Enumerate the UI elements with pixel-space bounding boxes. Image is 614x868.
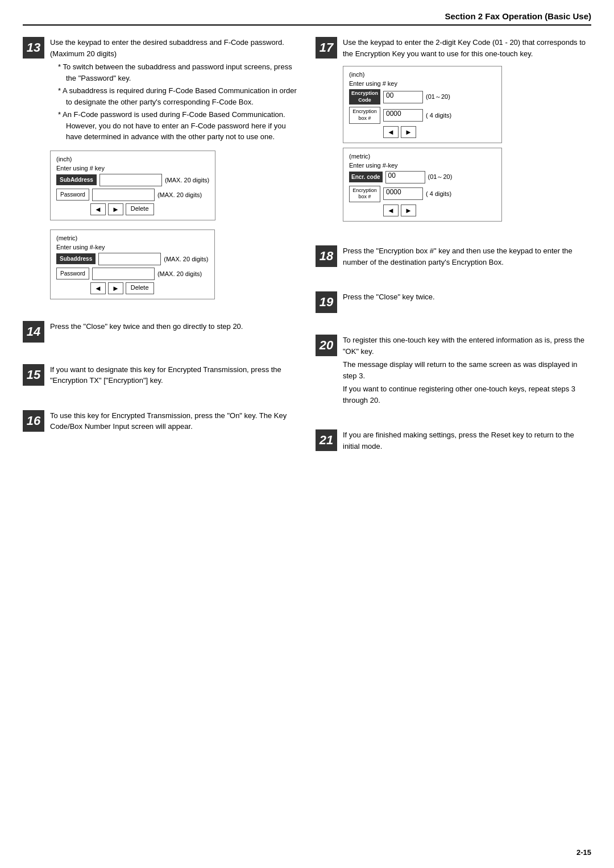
inch-row-1-13: SubAddress (MAX. 20 digits) (56, 174, 209, 186)
step-21-content: If you are finished making settings, pre… (343, 429, 591, 454)
step-13-bullets: To switch between the subaddress and pas… (58, 61, 298, 143)
right-arrow-metric-13[interactable]: ► (108, 282, 123, 294)
metric-label-17: (metric) (349, 153, 496, 160)
metric-row-1-17: Encr. code 00 (01～20) (349, 171, 496, 183)
subaddress-hint-inch: (MAX. 20 digits) (165, 177, 209, 183)
metric-enter-17: Enter using #-key (349, 162, 496, 169)
step-13-number: 13 (23, 37, 44, 59)
step-15: 15 If you want to designate this key for… (23, 364, 298, 389)
encryption-box-key-metric: Encryption box # (349, 186, 380, 202)
encryption-box-hint-metric: ( 4 digits) (426, 190, 451, 197)
step-21-text: If you are finished making settings, pre… (343, 429, 591, 452)
delete-btn-metric-13[interactable]: Delete (126, 282, 154, 294)
subaddress-key-inch: SubAddress (56, 174, 97, 185)
left-arrow-inch-17[interactable]: ◄ (383, 126, 399, 138)
metric-row-2-17: Encryption box # 0000 ( 4 digits) (349, 186, 496, 202)
step-17-metric-diagram: (metric) Enter using #-key Encr. code 00… (343, 148, 502, 222)
step-14: 14 Press the "Close" key twice and then … (23, 321, 298, 343)
step-20-number: 20 (316, 335, 337, 356)
step-21: 21 If you are finished making settings, … (316, 429, 591, 454)
step-13-bullet-3: An F-Code password is used during F-Code… (58, 109, 298, 143)
inch-label-13: (inch) (56, 156, 209, 162)
right-arrow-inch-13[interactable]: ► (108, 203, 123, 215)
left-arrow-metric-13[interactable]: ◄ (90, 282, 106, 294)
subaddress-input-inch[interactable] (99, 174, 162, 186)
step-18: 18 Press the "Encryption box #" key and … (316, 245, 591, 270)
encryption-code-hint-inch: (01～20) (426, 93, 450, 101)
inch-arrows-13: ◄ ► Delete (90, 203, 209, 215)
step-13-content: Use the keypad to enter the desired suba… (50, 37, 298, 299)
step-16: 16 To use this key for Encrypted Transmi… (23, 410, 298, 435)
step-18-content: Press the "Encryption box #" key and the… (343, 245, 591, 270)
header-title: Section 2 Fax Operation (Basic Use) (445, 11, 591, 21)
metric-row-1-13: Subaddress (MAX. 20 digits) (56, 253, 209, 265)
encryption-box-key-inch: Encryption box # (349, 107, 380, 123)
right-arrow-inch-17[interactable]: ► (401, 126, 416, 138)
step-20-text3: If you want to continue registering othe… (343, 383, 591, 406)
password-input-inch[interactable] (92, 189, 155, 201)
password-hint-metric: (MAX. 20 digits) (157, 270, 202, 277)
step-20-content: To register this one-touch key with the … (343, 335, 591, 408)
metric-row-2-13: Password (MAX. 20 digits) (56, 268, 209, 280)
step-20-text1: To register this one-touch key with the … (343, 335, 591, 357)
metric-label-13: (metric) (56, 235, 209, 241)
left-arrow-metric-17[interactable]: ◄ (383, 205, 399, 216)
step-19-content: Press the "Close" key twice. (343, 291, 591, 305)
step-16-number: 16 (23, 410, 44, 432)
step-16-content: To use this key for Encrypted Transmissi… (50, 410, 298, 435)
step-13-bullet-1: To switch between the subaddress and pas… (58, 61, 298, 84)
inch-row-2-13: Password (MAX. 20 digits) (56, 189, 209, 201)
content-grid: 13 Use the keypad to enter the desired s… (23, 37, 591, 466)
inch-arrows-17: ◄ ► (383, 126, 496, 138)
inch-label-17: (inch) (349, 71, 496, 78)
right-arrow-metric-17[interactable]: ► (401, 205, 416, 216)
delete-btn-inch-13[interactable]: Delete (126, 203, 154, 215)
step-16-text: To use this key for Encrypted Transmissi… (50, 410, 298, 432)
subaddress-key-metric: Subaddress (56, 253, 96, 264)
inch-row-2-17: Encryption box # 0000 ( 4 digits) (349, 107, 496, 123)
subaddress-hint-metric: (MAX. 20 digits) (164, 256, 208, 262)
password-key-inch: Password (56, 189, 89, 201)
encryption-box-input-inch[interactable]: 0000 (383, 109, 423, 122)
subaddress-input-metric[interactable] (98, 253, 161, 265)
right-column: 17 Use the keypad to enter the 2-digit K… (316, 37, 591, 466)
step-17-inch-diagram: (inch) Enter using # key Encryption Code… (343, 66, 502, 143)
step-20-text2: The message display will return to the s… (343, 359, 591, 381)
step-13-inch-diagram: (inch) Enter using # key SubAddress (MAX… (50, 151, 215, 220)
step-18-number: 18 (316, 245, 337, 267)
left-arrow-inch-13[interactable]: ◄ (90, 203, 106, 215)
step-13: 13 Use the keypad to enter the desired s… (23, 37, 298, 299)
step-13-text: Use the keypad to enter the desired suba… (50, 37, 298, 59)
page-footer: 2-15 (576, 848, 591, 857)
page: Section 2 Fax Operation (Basic Use) 13 U… (0, 0, 614, 868)
step-15-text: If you want to designate this key for En… (50, 364, 298, 386)
left-column: 13 Use the keypad to enter the desired s… (23, 37, 298, 466)
step-17-number: 17 (316, 37, 337, 59)
encr-code-input-metric[interactable]: 00 (385, 171, 425, 183)
encryption-code-input-inch[interactable]: 00 (383, 91, 423, 103)
step-20: 20 To register this one-touch key with t… (316, 335, 591, 408)
encr-code-key-metric: Encr. code (349, 172, 383, 182)
step-14-content: Press the "Close" key twice and then go … (50, 321, 298, 335)
inch-row-1-17: Encryption Code 00 (01～20) (349, 89, 496, 105)
page-header: Section 2 Fax Operation (Basic Use) (23, 11, 591, 26)
inch-enter-17: Enter using # key (349, 80, 496, 87)
password-key-metric: Password (56, 268, 89, 279)
inch-enter-13: Enter using # key (56, 165, 209, 172)
password-hint-inch: (MAX. 20 digits) (157, 191, 202, 198)
step-19: 19 Press the "Close" key twice. (316, 291, 591, 313)
page-number: 2-15 (576, 848, 591, 857)
step-19-number: 19 (316, 291, 337, 313)
step-17: 17 Use the keypad to enter the 2-digit K… (316, 37, 591, 222)
metric-arrows-13: ◄ ► Delete (90, 282, 209, 294)
step-17-content: Use the keypad to enter the 2-digit Key … (343, 37, 591, 222)
step-21-number: 21 (316, 429, 337, 451)
encr-code-hint-metric: (01～20) (428, 173, 453, 181)
step-14-text: Press the "Close" key twice and then go … (50, 321, 298, 332)
step-17-text: Use the keypad to enter the 2-digit Key … (343, 37, 591, 59)
step-18-text: Press the "Encryption box #" key and the… (343, 245, 591, 268)
password-input-metric[interactable] (92, 268, 155, 280)
encryption-box-input-metric[interactable]: 0000 (383, 187, 423, 200)
metric-enter-13: Enter using #-key (56, 244, 209, 251)
step-14-number: 14 (23, 321, 44, 343)
